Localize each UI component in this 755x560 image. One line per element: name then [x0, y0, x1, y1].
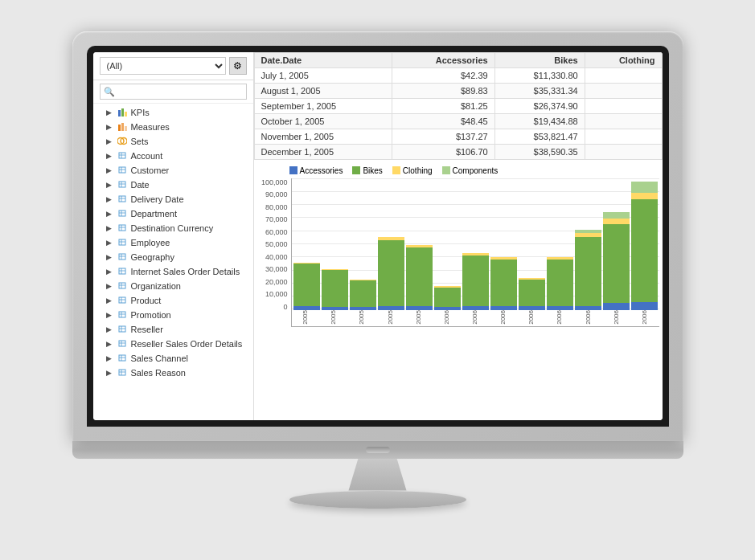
table-row: August 1, 2005$89.83$35,331.34 — [254, 83, 662, 98]
tree-label-sets: Sets — [131, 137, 149, 146]
svg-rect-41 — [119, 312, 125, 317]
col-clothing: Clothing — [585, 52, 662, 67]
tree-item-sets[interactable]: ▶Sets — [93, 134, 253, 149]
tree-arrow-icon: ▶ — [106, 268, 116, 276]
legend-label: Components — [453, 166, 499, 175]
bar-stack — [490, 257, 517, 310]
x-axis-label: April 1, 2006 — [518, 310, 546, 326]
x-axis-label: October 1, 2005 — [348, 310, 376, 326]
cell-date: November 1, 2005 — [254, 129, 392, 144]
set-icon — [116, 136, 129, 147]
tree-item-kpis[interactable]: ▶KPIs — [93, 105, 253, 120]
table-icon — [116, 280, 129, 292]
bar-group — [519, 178, 545, 310]
svg-rect-26 — [119, 239, 125, 245]
chart-inner: August 1, 2005September 1, 2005October 1… — [291, 178, 659, 327]
svg-rect-3 — [118, 125, 121, 131]
svg-rect-0 — [118, 110, 121, 116]
svg-rect-11 — [119, 167, 125, 173]
bar-stack — [378, 237, 404, 309]
table-icon — [116, 150, 129, 161]
search-input[interactable] — [100, 84, 247, 100]
svg-rect-17 — [119, 196, 125, 202]
tree-label-employee: Employee — [131, 238, 170, 247]
monitor-wrapper: (All) ⚙ ▶KPIs▶Measures▶Sets▶Account▶Cust… — [64, 31, 691, 529]
x-axis-label: June 1, 2006 — [574, 310, 602, 326]
legend-label: Clothing — [403, 166, 433, 175]
tree-arrow-icon: ▶ — [106, 210, 116, 218]
left-panel: (All) ⚙ ▶KPIs▶Measures▶Sets▶Account▶Cust… — [93, 52, 254, 420]
tree-arrow-icon: ▶ — [106, 325, 116, 333]
legend-label: Accessories — [300, 166, 343, 175]
legend-color — [289, 166, 297, 174]
table-row: November 1, 2005$137.27$53,821.47 — [254, 129, 662, 144]
tree-item-date[interactable]: ▶Date — [93, 178, 253, 192]
monitor-bottom-bar — [72, 441, 683, 459]
svg-rect-38 — [119, 297, 125, 303]
svg-rect-14 — [119, 182, 125, 187]
tree-container[interactable]: ▶KPIs▶Measures▶Sets▶Account▶Customer▶Dat… — [93, 104, 253, 420]
col-date: Date.Date — [254, 52, 392, 67]
tree-arrow-icon: ▶ — [106, 311, 116, 319]
bar-group — [322, 178, 348, 310]
tree-item-reseller[interactable]: ▶Reseller — [93, 322, 253, 337]
filter-button[interactable]: ⚙ — [229, 57, 247, 75]
tree-label-date: Date — [131, 180, 150, 190]
kpi-icon — [116, 107, 129, 118]
tree-item-internet-sales-order-details[interactable]: ▶Internet Sales Order Details — [93, 264, 253, 279]
table-icon — [116, 295, 129, 306]
svg-rect-35 — [119, 283, 125, 288]
tree-item-customer[interactable]: ▶Customer — [93, 163, 253, 178]
y-axis-label: 90,000 — [265, 190, 288, 198]
tree-item-delivery-date[interactable]: ▶Delivery Date — [93, 192, 253, 206]
y-axis-label: 50,000 — [265, 240, 288, 248]
table-icon — [116, 194, 129, 205]
tree-item-employee[interactable]: ▶Employee — [93, 235, 253, 250]
svg-rect-1 — [121, 108, 124, 116]
bar-group — [293, 178, 320, 310]
table-row: October 1, 2005$48.45$19,434.88 — [254, 113, 662, 129]
cell-date: December 1, 2005 — [254, 144, 392, 159]
svg-rect-29 — [119, 254, 125, 260]
bar-group — [631, 178, 658, 310]
tree-arrow-icon: ▶ — [106, 152, 116, 160]
bar-segment-bikes — [434, 288, 461, 308]
svg-rect-4 — [121, 123, 124, 131]
table-row: December 1, 2005$106.70$38,590.35 — [254, 144, 662, 159]
legend-label: Bikes — [363, 166, 382, 175]
bar-group — [547, 178, 573, 310]
tree-item-product[interactable]: ▶Product — [93, 293, 253, 308]
tree-item-geography[interactable]: ▶Geography — [93, 250, 253, 264]
bar-segment-bikes — [293, 264, 320, 305]
tree-item-reseller-sales-order-details[interactable]: ▶Reseller Sales Order Details — [93, 337, 253, 351]
table-icon — [116, 223, 129, 234]
tree-label-destination-currency: Destination Currency — [131, 223, 214, 233]
tree-label-account: Account — [131, 151, 163, 161]
cell-accessories: $42.39 — [392, 67, 494, 83]
tree-item-promotion[interactable]: ▶Promotion — [93, 308, 253, 322]
x-axis-label: May 1, 2006 — [546, 310, 574, 326]
tree-item-sales-reason[interactable]: ▶Sales Reason — [93, 366, 253, 380]
monitor-power-button[interactable] — [366, 447, 390, 453]
x-axis-label: September 1, 2005 — [320, 310, 348, 326]
filter-select[interactable]: (All) — [100, 57, 226, 75]
tree-label-sales-channel: Sales Channel — [131, 354, 189, 363]
bar-group — [434, 178, 461, 310]
bar-stack — [322, 269, 348, 310]
tree-item-measures[interactable]: ▶Measures — [93, 120, 253, 134]
search-bar — [93, 80, 253, 104]
tree-item-department[interactable]: ▶Department — [93, 206, 253, 221]
tree-item-account[interactable]: ▶Account — [93, 149, 253, 163]
tree-item-destination-currency[interactable]: ▶Destination Currency — [93, 221, 253, 235]
cell-accessories: $106.70 — [392, 144, 494, 159]
table-icon — [116, 367, 129, 378]
bar-segment-bikes — [350, 280, 376, 307]
tree-item-organization[interactable]: ▶Organization — [93, 279, 253, 293]
tree-item-sales-channel[interactable]: ▶Sales Channel — [93, 351, 253, 366]
legend-item-bikes: Bikes — [352, 166, 382, 175]
monitor-neck — [330, 459, 426, 491]
cell-accessories: $137.27 — [392, 129, 494, 144]
cell-date: October 1, 2005 — [254, 113, 392, 129]
bar-group — [406, 178, 433, 310]
bar-stack — [462, 253, 489, 310]
